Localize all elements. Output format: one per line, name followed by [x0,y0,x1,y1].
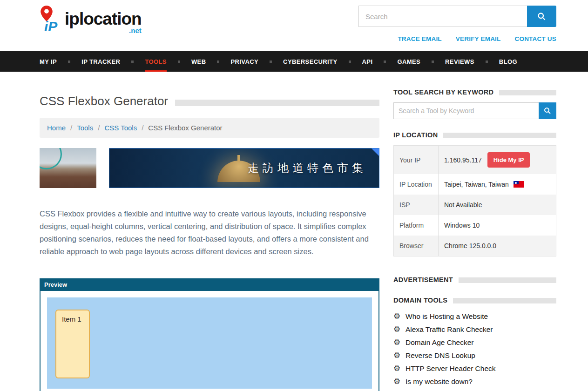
site-search-input[interactable] [358,6,527,27]
main-column: CSS Flexbox Generator Home / Tools / CSS… [40,88,379,391]
table-row-your-ip: Your IP 1.160.95.117 Hide My IP [394,146,556,175]
verify-email-link[interactable]: VERIFY EMAIL [456,35,501,42]
row-label: Your IP [394,146,439,175]
domain-tool-item[interactable]: ⚙ HTTP Server Header Check [393,364,556,373]
ip-location-table: Your IP 1.160.95.117 Hide My IP IP Locat… [393,145,556,256]
domain-tool-item[interactable]: ⚙ Reverse DNS Lookup [393,351,556,360]
breadcrumb-home[interactable]: Home [47,124,66,132]
gear-icon: ⚙ [393,311,406,321]
breadcrumb-current: CSS Flexbox Generator [148,124,222,132]
nav-blog[interactable]: BLOG [499,51,517,72]
tool-search-button[interactable] [539,102,556,119]
domain-tool-item[interactable]: ⚙ Is my website down? [393,377,556,386]
nav-tools[interactable]: TOOLS [145,51,167,72]
nav-privacy[interactable]: PRIVACY [230,51,258,72]
breadcrumb-tools[interactable]: Tools [77,124,93,132]
domain-tool-link[interactable]: Domain Age Checker [406,338,473,347]
nav-web[interactable]: WEB [191,51,206,72]
ip-location-heading-label: IP LOCATION [393,131,438,139]
content-area: CSS Flexbox Generator Home / Tools / CSS… [0,72,588,391]
tool-search [393,102,556,119]
intro-paragraph: CSS Flexbox provides a flexible and intu… [40,208,379,258]
logo-tld: .net [129,27,142,34]
gear-icon: ⚙ [393,377,406,386]
gear-icon: ⚙ [393,364,406,373]
preview-panel: Preview Item 1 [40,278,379,391]
nav-reviews[interactable]: REVIEWS [445,51,474,72]
your-ip-value: 1.160.95.117 [444,156,482,164]
preview-flex-item-1[interactable]: Item 1 [55,310,90,378]
ip-location-value: Taipei, Taiwan, Taiwan [444,181,509,188]
preview-body: Item 1 [40,291,379,391]
breadcrumb-separator: / [70,124,72,132]
row-label: ISP [394,195,439,215]
domain-tool-link[interactable]: Who is Hosting a Website [406,312,488,321]
heading-decoration-bar [453,298,556,303]
site-search [358,6,556,27]
domain-tool-link[interactable]: Is my website down? [406,378,473,386]
row-label: IP Location [394,174,439,195]
browser-value: Chrome 125.0.0.0 [439,236,556,256]
breadcrumb: Home / Tools / CSS Tools / CSS Flexbox G… [40,118,379,138]
domain-tools-heading: DOMAIN TOOLS [393,297,556,304]
ip-location-heading: IP LOCATION [393,131,556,139]
row-label: Platform [394,215,439,236]
tool-search-input[interactable] [393,102,539,119]
gear-icon: ⚙ [393,324,406,334]
taiwan-flag-icon [514,181,524,188]
site-logo[interactable]: iP iplocation .net [40,6,142,34]
hide-my-ip-button[interactable]: Hide My IP [487,152,530,168]
table-row-browser: Browser Chrome 125.0.0.0 [394,236,556,256]
nav-my-ip[interactable]: MY IP [40,51,57,72]
breadcrumb-separator: / [98,124,100,132]
advertisement-heading-label: ADVERTISEMENT [393,276,453,283]
title-decoration-bar [175,100,379,106]
heading-decoration-bar [459,277,556,283]
platform-value: Windows 10 [439,215,556,236]
ad-choices-icon[interactable] [372,148,379,156]
utility-links: TRACE EMAIL VERIFY EMAIL CONTACT US [398,35,556,42]
isp-value: Not Available [439,195,556,215]
contact-us-link[interactable]: CONTACT US [515,35,557,42]
nav-games[interactable]: GAMES [397,51,420,72]
domain-tool-item[interactable]: ⚙ Alexa Traffic Rank Checker [393,324,556,334]
row-label: Browser [394,236,439,256]
table-row-platform: Platform Windows 10 [394,215,556,236]
breadcrumb-separator: / [142,124,143,132]
table-row-isp: ISP Not Available [394,195,556,215]
domain-tools-list: ⚙ Who is Hosting a Website ⚙ Alexa Traff… [393,311,556,391]
ad-headline: 走訪地道特色市集 [248,161,367,175]
search-icon [537,12,547,21]
nav-api[interactable]: API [362,51,373,72]
gear-icon: ⚙ [393,351,406,360]
domain-tool-item[interactable]: ⚙ Who is Hosting a Website [393,311,556,321]
domain-tool-link[interactable]: Reverse DNS Lookup [406,351,475,360]
logo-wordmark: iplocation .net [65,10,142,34]
trace-email-link[interactable]: TRACE EMAIL [398,35,441,42]
domain-tool-link[interactable]: Alexa Traffic Rank Checker [406,325,493,334]
heading-decoration-bar [443,133,556,138]
site-search-button[interactable] [527,6,556,27]
tool-search-heading-label: TOOL SEARCH BY KEYWORD [393,88,493,96]
logo-text: iplocation [65,10,142,27]
ad-banner[interactable]: 走訪地道特色市集 [40,148,379,188]
advertisement-heading: ADVERTISEMENT [393,276,556,283]
ad-image-city-night: 走訪地道特色市集 [109,148,379,188]
domain-tool-link[interactable]: HTTP Server Header Check [406,364,496,373]
ad-image-landscape [40,148,96,188]
gear-icon: ⚙ [393,337,406,347]
domain-tool-item[interactable]: ⚙ Domain Age Checker [393,337,556,347]
header-right: TRACE EMAIL VERIFY EMAIL CONTACT US [358,6,556,42]
nav-ip-tracker[interactable]: IP TRACKER [81,51,120,72]
title-row: CSS Flexbox Generator [40,94,379,108]
logo-ip-mark: iP [44,19,57,34]
nav-cybersecurity[interactable]: CYBERSECURITY [283,51,337,72]
heading-decoration-bar [499,90,556,95]
main-nav: MY IP IP TRACKER TOOLS WEB PRIVACY CYBER… [0,51,588,72]
preview-flex-container: Item 1 [47,297,372,389]
sidebar: TOOL SEARCH BY KEYWORD IP LOCATION Your … [393,88,556,391]
domain-tools-heading-label: DOMAIN TOOLS [393,297,447,304]
table-row-ip-location: IP Location Taipei, Taiwan, Taiwan [394,174,556,195]
preview-header: Preview [40,278,379,291]
breadcrumb-css-tools[interactable]: CSS Tools [104,124,137,132]
